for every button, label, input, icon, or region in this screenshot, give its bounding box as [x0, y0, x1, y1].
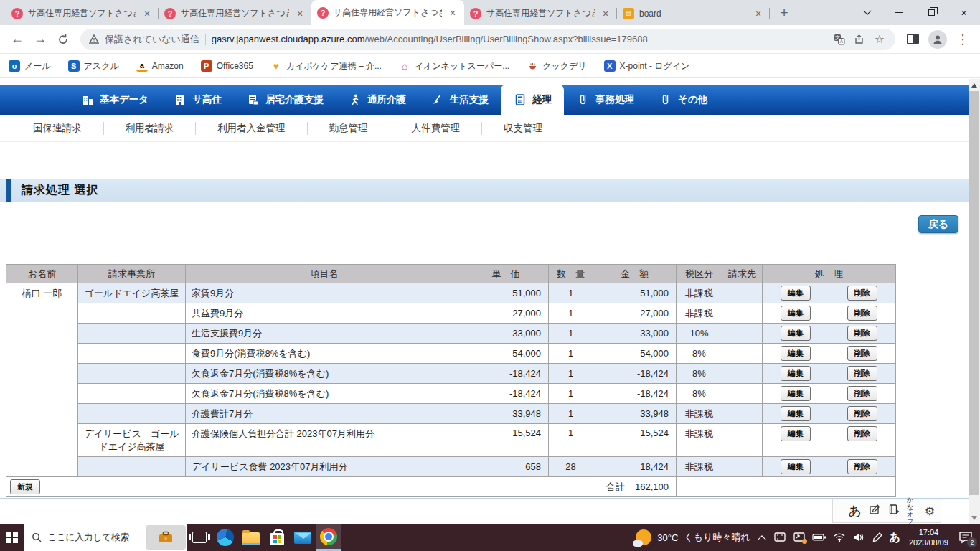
edit-button[interactable]: 編集 [781, 426, 811, 441]
tab-close-icon[interactable]: × [447, 7, 458, 19]
bookmark-star-icon[interactable]: ☆ [872, 32, 887, 47]
taskbar-clock[interactable]: 17:04 2023/08/09 [909, 527, 948, 547]
bookmark-mail[interactable]: o メール [9, 60, 51, 72]
scroll-down-arrow-icon[interactable] [969, 512, 980, 524]
bookmark-xpoint[interactable]: X X-point - ログイン [604, 60, 690, 72]
profile-avatar[interactable] [928, 30, 947, 49]
nav-tab-day-care[interactable]: 通所介護 [336, 85, 418, 115]
search-highlight-briefcase-icon[interactable] [146, 525, 186, 550]
translate-icon[interactable]: 文A [832, 32, 847, 47]
subnav-attendance[interactable]: 勤怠管理 [308, 122, 390, 135]
tab-close-icon[interactable]: × [753, 8, 764, 19]
nav-tab-accounting-active[interactable]: 経理 [501, 85, 564, 115]
bookmark-cookdeli[interactable]: クックデリ [527, 60, 586, 72]
delete-button[interactable]: 削除 [847, 326, 877, 341]
ime-pen-tool-icon[interactable] [868, 503, 881, 519]
ime-kana-toggle[interactable]: かなオフ [907, 496, 918, 525]
window-minimize-button[interactable] [883, 0, 915, 25]
scroll-up-arrow-icon[interactable] [969, 79, 980, 91]
delete-button[interactable]: 削除 [847, 459, 877, 474]
nav-tab-home-care-support[interactable]: 居宅介護支援 [234, 85, 336, 115]
tab-close-icon[interactable]: × [141, 8, 153, 19]
subnav-income-expense[interactable]: 収支管理 [482, 122, 564, 135]
delete-button[interactable]: 削除 [847, 386, 877, 401]
edit-button[interactable]: 編集 [781, 459, 811, 474]
browser-tab-2[interactable]: ? サ高住専用経営ソフトさつきちゃ × [159, 1, 311, 25]
delete-button[interactable]: 削除 [847, 366, 877, 381]
delete-button[interactable]: 削除 [847, 306, 877, 321]
tablet-mode-icon[interactable] [773, 532, 786, 543]
nav-tab-others[interactable]: その他 [646, 85, 720, 115]
ime-drag-handle[interactable] [839, 504, 842, 517]
bookmark-aeon[interactable]: ⌂ イオンネットスーパー... [399, 60, 509, 72]
edit-button[interactable]: 編集 [781, 366, 811, 381]
microsoft-store-button[interactable] [264, 524, 290, 551]
edit-button[interactable]: 編集 [781, 286, 811, 301]
search-icon [32, 532, 42, 542]
delete-button[interactable]: 削除 [847, 426, 877, 441]
subnav-user-billing[interactable]: 利用者請求 [104, 122, 197, 135]
bookmark-amazon[interactable]: a Amazon [136, 60, 184, 72]
ime-tray-indicator[interactable]: あ [890, 531, 900, 545]
chrome-button-active[interactable] [316, 524, 341, 551]
bookmark-askul[interactable]: S アスクル [68, 60, 119, 72]
ime-dictionary-icon[interactable] [887, 503, 900, 519]
refresh-icon[interactable] [52, 28, 75, 51]
nav-tab-sakoju[interactable]: サ高住 [161, 85, 234, 115]
taskbar-search-box[interactable]: ここに入力して検索 [24, 524, 187, 551]
tab-title: サ高住専用経営ソフトさつきちゃ [334, 6, 442, 19]
taskbar-weather[interactable]: 30°C くもり時々晴れ [636, 529, 750, 545]
new-tab-button[interactable]: + [774, 3, 794, 23]
window-restore-button[interactable] [915, 0, 948, 25]
tab-close-icon[interactable]: × [600, 8, 611, 19]
window-close-button[interactable]: × [948, 0, 980, 25]
mail-button[interactable] [290, 524, 316, 551]
share-icon[interactable] [852, 32, 867, 47]
edit-button[interactable]: 編集 [781, 386, 811, 401]
bookmark-kaipoke[interactable]: ♥ カイポケケア連携 – 介... [270, 60, 382, 72]
start-button[interactable] [0, 524, 24, 551]
scrollbar-thumb[interactable] [969, 91, 979, 495]
bookmark-office365[interactable]: P Office365 [201, 60, 253, 72]
nav-tab-basic-data[interactable]: 基本データ [68, 85, 161, 115]
wifi-icon[interactable] [833, 532, 846, 542]
browser-tab-3-active[interactable]: ? サ高住専用経営ソフトさつきちゃ × [311, 0, 464, 25]
cast-screen-icon[interactable] [793, 532, 806, 543]
browser-tab-4[interactable]: ? サ高住専用経営ソフトさつきちゃ × [464, 1, 617, 25]
tray-expand-chevron-icon[interactable] [758, 535, 765, 543]
tab-close-icon[interactable]: × [294, 8, 306, 19]
task-view-button[interactable] [187, 524, 212, 551]
edit-button[interactable]: 編集 [781, 346, 811, 361]
page-scrollbar[interactable] [969, 79, 980, 524]
action-center-button[interactable]: 2 [957, 529, 974, 546]
volume-icon[interactable] [852, 532, 865, 542]
subnav-kokuhoren[interactable]: 国保連請求 [11, 122, 104, 135]
ime-mode-indicator[interactable]: あ [849, 502, 862, 519]
browser-menu-kebab-icon[interactable]: ⋮ [951, 28, 974, 51]
pen-icon[interactable] [872, 532, 883, 543]
address-bar[interactable]: 保護されていない通信 gasrv.japanwest.cloudapp.azur… [80, 29, 895, 50]
nav-tab-life-support[interactable]: 生活支援 [418, 85, 501, 115]
delete-button[interactable]: 削除 [847, 286, 877, 301]
file-explorer-button[interactable] [238, 524, 264, 551]
search-placeholder: ここに入力して検索 [47, 532, 129, 544]
new-button[interactable]: 新規 [10, 479, 40, 494]
back-button[interactable]: 戻る [918, 215, 958, 233]
side-panel-icon[interactable] [901, 28, 924, 51]
browser-tab-1[interactable]: ? サ高住専用経営ソフトさつきちゃ × [6, 1, 159, 25]
battery-icon[interactable] [812, 532, 826, 542]
edit-button[interactable]: 編集 [781, 306, 811, 321]
subnav-personnel-cost[interactable]: 人件費管理 [390, 122, 483, 135]
edit-button[interactable]: 編集 [781, 326, 811, 341]
delete-button[interactable]: 削除 [847, 346, 877, 361]
tab-search-chevron-icon[interactable] [851, 0, 883, 25]
edit-button[interactable]: 編集 [781, 406, 811, 421]
nav-tab-office-work[interactable]: 事務処理 [564, 85, 646, 115]
forward-nav-icon[interactable]: → [29, 28, 52, 51]
edge-button[interactable] [212, 524, 238, 551]
browser-tab-5[interactable]: ▤ board × [617, 1, 770, 25]
delete-button[interactable]: 削除 [847, 406, 877, 421]
ime-settings-gear-icon[interactable]: ⚙ [925, 504, 935, 518]
back-nav-icon[interactable]: ← [6, 28, 29, 51]
subnav-user-payment[interactable]: 利用者入金管理 [196, 122, 308, 135]
